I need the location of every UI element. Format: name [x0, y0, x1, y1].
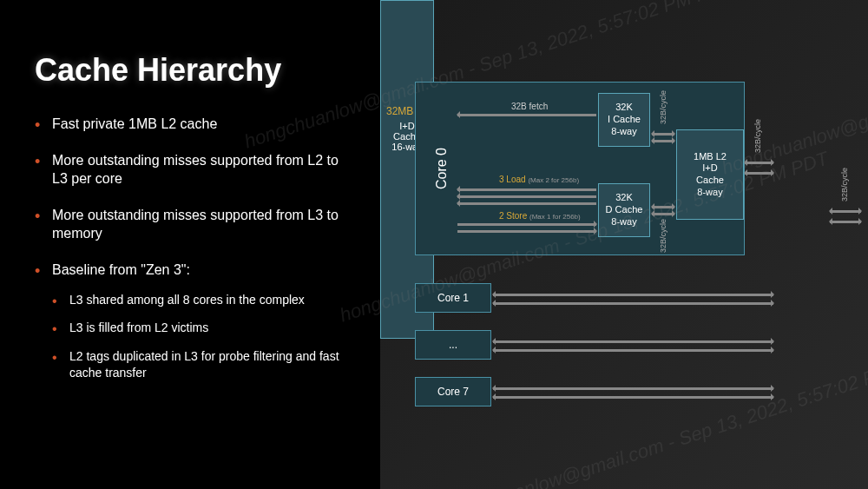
diagram-panel: Core 0 32K I Cache 8-way 32K D Cache 8-w…	[380, 0, 868, 489]
l3-label: I+D	[399, 121, 414, 131]
l2-l3-bw: 32B/cycle	[753, 119, 762, 153]
core1-box: Core 1	[415, 283, 491, 313]
l2-size: 1MB L2	[677, 151, 743, 163]
bullet-list: Fast private 1MB L2 cache More outstandi…	[35, 115, 354, 381]
cache-diagram: Core 0 32K I Cache 8-way 32K D Cache 8-w…	[380, 0, 868, 489]
store-arrow-1	[457, 223, 596, 226]
bullet-item: More outstanding misses supported from L…	[35, 151, 354, 188]
icache-l2-arrow-1	[652, 133, 674, 135]
l2-label: I+D	[677, 162, 743, 175]
dcache-way: 8-way	[599, 216, 649, 228]
l2-l3-arrow-1	[745, 162, 773, 164]
text-panel: Cache Hierarchy Fast private 1MB L2 cach…	[0, 0, 380, 489]
sub-bullet-item: L2 tags duplicated in L3 for probe filte…	[52, 348, 354, 381]
load-arrow-1	[457, 188, 596, 191]
load-label: 3 Load (Max 2 for 256b)	[499, 175, 579, 184]
icache-box: 32K I Cache 8-way	[598, 93, 650, 147]
l2-box: 1MB L2 I+D Cache 8-way	[676, 129, 744, 220]
core-ellipsis-box: ...	[415, 330, 491, 360]
fetch-arrow	[457, 114, 596, 116]
slide-title: Cache Hierarchy	[35, 52, 354, 89]
bullet-item: Fast private 1MB L2 cache	[35, 115, 354, 134]
l2-l3-arrow-2	[745, 172, 773, 175]
dcache-l2-arrow-1	[652, 206, 674, 208]
dcache-size: 32K	[599, 192, 649, 204]
icache-l2-bw: 32B/cycle	[659, 90, 667, 124]
core1-arrow-1	[493, 294, 773, 296]
core-ellipsis-arrow-1	[493, 340, 773, 343]
load-arrow-3	[457, 202, 596, 205]
core-ellipsis-arrow-2	[493, 349, 773, 352]
store-label: 2 Store (Max 1 for 256b)	[499, 211, 581, 221]
core7-box: Core 7	[415, 377, 491, 406]
l3-mem-arrow-2	[830, 221, 861, 223]
sub-bullet-list: L3 shared among all 8 cores in the compl…	[52, 292, 354, 382]
store-arrow-2	[457, 230, 596, 233]
dcache-label: D Cache	[599, 204, 649, 216]
sub-bullet-item: L3 is filled from L2 victims	[52, 320, 354, 336]
bullet-item: Baseline from "Zen 3": L3 shared among a…	[35, 261, 354, 381]
l2-label2: Cache	[677, 175, 743, 187]
dcache-l2-arrow-2	[652, 213, 674, 215]
icache-l2-arrow-2	[652, 140, 674, 142]
core7-arrow-2	[493, 396, 773, 399]
load-arrow-2	[457, 195, 596, 198]
l3-mem-arrow-1	[830, 210, 861, 213]
icache-size: 32K	[599, 102, 649, 114]
dcache-box: 32K D Cache 8-way	[598, 183, 650, 237]
dcache-l2-bw: 32B/cycle	[659, 219, 667, 253]
core7-arrow-1	[493, 387, 773, 390]
core1-arrow-2	[493, 302, 773, 305]
core0-label: Core 0	[434, 148, 450, 189]
icache-label: I Cache	[599, 114, 649, 126]
core0-box: Core 0 32K I Cache 8-way 32K D Cache 8-w…	[415, 82, 745, 255]
icache-way: 8-way	[599, 126, 649, 138]
l2-way: 8-way	[677, 187, 743, 199]
bullet-item: More outstanding misses supported from L…	[35, 206, 354, 243]
l3-mem-bw: 32B/cycle	[840, 168, 849, 202]
fetch-label: 32B fetch	[511, 102, 548, 111]
bullet-text: Baseline from "Zen 3":	[52, 262, 190, 277]
sub-bullet-item: L3 shared among all 8 cores in the compl…	[52, 292, 354, 308]
